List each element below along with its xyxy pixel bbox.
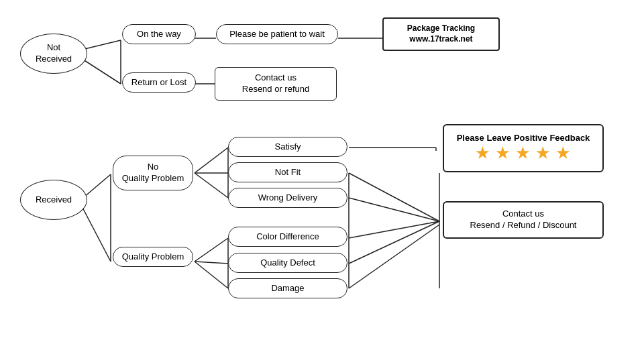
svg-line-23 bbox=[349, 225, 439, 288]
svg-line-7 bbox=[79, 201, 111, 262]
contact-resend-label: Contact usResend or refund bbox=[242, 72, 309, 95]
svg-line-19 bbox=[349, 173, 439, 221]
package-tracking-node: Package Trackingwww.17track.net bbox=[382, 17, 500, 51]
color-diff-label: Color Difference bbox=[256, 231, 319, 243]
quality-defect-node: Quality Defect bbox=[228, 253, 347, 273]
received-label: Received bbox=[36, 194, 72, 206]
contact-refund-node: Contact usResend / Refund / Discount bbox=[443, 201, 604, 239]
satisfy-node: Satisfy bbox=[228, 137, 347, 157]
not-fit-label: Not Fit bbox=[275, 167, 301, 178]
svg-line-15 bbox=[195, 262, 228, 288]
on-the-way-label: On the way bbox=[137, 29, 181, 40]
quality-problem-label: Quality Problem bbox=[122, 251, 184, 263]
diagram: NotReceived On the way Please be patient… bbox=[0, 0, 644, 344]
feedback-node: Please Leave Positive Feedback ★ ★ ★ ★ ★ bbox=[443, 124, 604, 172]
not-received-node: NotReceived bbox=[20, 34, 87, 74]
contact-resend-node: Contact usResend or refund bbox=[215, 67, 337, 101]
quality-defect-label: Quality Defect bbox=[260, 257, 315, 269]
feedback-text-label: Please Leave Positive Feedback bbox=[457, 133, 590, 144]
svg-line-1 bbox=[79, 57, 121, 84]
feedback-stars: ★ ★ ★ ★ ★ bbox=[476, 144, 571, 164]
not-received-label: NotReceived bbox=[36, 42, 72, 65]
no-quality-label: NoQuality Problem bbox=[122, 162, 184, 184]
patient-node: Please be patient to wait bbox=[216, 24, 338, 44]
satisfy-label: Satisfy bbox=[274, 141, 301, 153]
patient-label: Please be patient to wait bbox=[229, 29, 325, 40]
received-node: Received bbox=[20, 180, 87, 220]
svg-line-9 bbox=[195, 148, 228, 173]
contact-refund-label: Contact usResend / Refund / Discount bbox=[470, 209, 577, 231]
color-diff-node: Color Difference bbox=[228, 227, 347, 247]
return-lost-node: Return or Lost bbox=[122, 72, 196, 93]
not-fit-node: Not Fit bbox=[228, 162, 347, 182]
svg-line-20 bbox=[349, 198, 439, 221]
damage-node: Damage bbox=[228, 278, 347, 298]
svg-line-22 bbox=[349, 221, 439, 264]
on-the-way-node: On the way bbox=[122, 24, 196, 44]
quality-problem-node: Quality Problem bbox=[113, 247, 193, 267]
svg-line-13 bbox=[195, 238, 228, 262]
no-quality-node: NoQuality Problem bbox=[113, 156, 193, 190]
wrong-delivery-node: Wrong Delivery bbox=[228, 188, 347, 208]
svg-line-14 bbox=[195, 262, 228, 264]
return-lost-label: Return or Lost bbox=[131, 77, 186, 89]
wrong-delivery-label: Wrong Delivery bbox=[258, 192, 318, 204]
svg-line-11 bbox=[195, 173, 228, 198]
damage-label: Damage bbox=[271, 283, 304, 294]
svg-line-21 bbox=[349, 221, 439, 238]
package-tracking-label: Package Trackingwww.17track.net bbox=[407, 23, 475, 44]
